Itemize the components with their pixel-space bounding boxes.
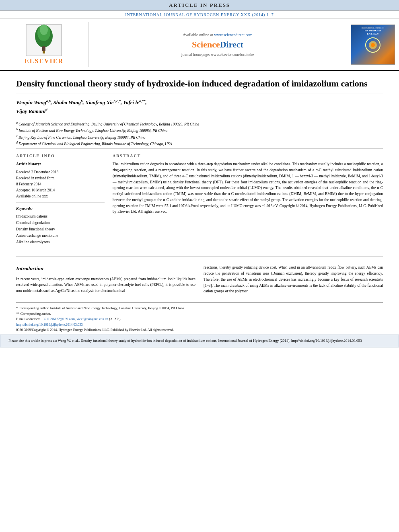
journal-cover-image: International Journal of HYDROGENENERGY xyxy=(351,25,395,65)
history-label: Article history: xyxy=(16,161,105,167)
authors-line: Wenpin Wanga,b, Shubo Wangb, Xiaofeng Xi… xyxy=(16,98,383,116)
header-area: ELSEVIER Available online at www.science… xyxy=(0,19,399,71)
cover-graphic xyxy=(361,37,385,53)
history-online: Available online xxx xyxy=(16,193,105,199)
affiliations-section: a College of Materials Science and Engin… xyxy=(16,119,383,149)
keyword-alkaline: Alkaline electrolyzers xyxy=(16,239,105,245)
keywords-list: Imidazolium cations Chemical degradation… xyxy=(16,213,105,246)
footnote-email: E-mail addresses: 13911296122@139.com, x… xyxy=(16,316,383,322)
keyword-chemical: Chemical degradation xyxy=(16,220,105,226)
article-history: Article history: Received 2 December 201… xyxy=(16,161,105,202)
affiliation-b: b Institute of Nuclear and New Energy Te… xyxy=(16,127,383,134)
elsevier-logo-section: ELSEVIER xyxy=(0,22,88,67)
svg-point-10 xyxy=(371,43,375,47)
svg-point-5 xyxy=(40,25,48,35)
abstract-heading: ABSTRACT xyxy=(113,154,383,158)
footnote-corresponding2: ** Corresponding author. xyxy=(16,311,383,317)
svg-rect-7 xyxy=(42,48,45,51)
article-info-col: ARTICLE INFO Article history: Received 2… xyxy=(16,154,105,251)
affiliation-c: c Beijing Key Lab of Fine Ceramics, Tsin… xyxy=(16,134,383,140)
keywords-label: Keywords: xyxy=(16,206,105,212)
footnote-email2-link[interactable]: xiexf@tsinghua.edu.cn xyxy=(76,317,108,321)
paper-title-section: Density functional theory study of hydro… xyxy=(16,71,383,94)
history-revised-date: 8 February 2014 xyxy=(16,181,105,187)
footnote-issn: 0360-3199/Copyright © 2014, Hydrogen Ene… xyxy=(16,327,383,333)
abstract-text: The imidazolium cation degrades in accor… xyxy=(113,161,383,214)
introduction-heading: Introduction xyxy=(16,265,195,273)
affiliation-a: a College of Materials Science and Engin… xyxy=(16,121,383,127)
footnote-corresponding1: * Corresponding author. Institute of Nuc… xyxy=(16,306,383,311)
article-info-abstract-section: ARTICLE INFO Article history: Received 2… xyxy=(16,149,383,257)
sciencedirect-logo: ScienceDirect xyxy=(192,39,243,50)
keyword-aem: Anion exchange membrane xyxy=(16,232,105,239)
elsevier-brand-text: ELSEVIER xyxy=(25,58,64,65)
body-columns: Introduction In recent years, imidazole-… xyxy=(16,261,383,298)
journal-line: INTERNATIONAL JOURNAL OF HYDROGEN ENERGY… xyxy=(0,11,399,19)
abstract-col: ABSTRACT The imidazolium cation degrades… xyxy=(113,154,383,251)
sciencedirect-url[interactable]: www.sciencedirect.com xyxy=(214,33,252,37)
keyword-imidazolium: Imidazolium cations xyxy=(16,213,105,220)
history-received: Received 2 December 2013 xyxy=(16,169,105,175)
header-center: Available online at www.sciencedirect.co… xyxy=(88,22,347,67)
citation-bar: Please cite this article in press as: Wa… xyxy=(0,335,399,347)
keywords-block: Keywords: Imidazolium cations Chemical d… xyxy=(16,206,105,249)
article-in-press-banner: ARTICLE IN PRESS xyxy=(0,0,399,11)
cover-title-text: HYDROGENENERGY xyxy=(364,29,381,36)
citation-text: Please cite this article in press as: Wa… xyxy=(8,339,362,343)
paper-title: Density functional theory study of hydro… xyxy=(16,78,383,90)
elsevier-tree-icon xyxy=(26,24,62,56)
paper-content: Density functional theory study of hydro… xyxy=(0,71,399,302)
footnote-doi: http://dx.doi.org/10.1016/j.ijhydene.201… xyxy=(16,322,383,328)
main-body: Introduction In recent years, imidazole-… xyxy=(16,257,383,302)
article-info-heading: ARTICLE INFO xyxy=(16,154,105,158)
affiliation-d: d Department of Chemical and Biological … xyxy=(16,140,383,147)
history-accepted: Accepted 10 March 2014 xyxy=(16,187,105,193)
body-col-right: reactions, thereby greatly reducing devi… xyxy=(204,265,383,294)
footnote-doi-link[interactable]: http://dx.doi.org/10.1016/j.ijhydene.201… xyxy=(16,322,83,327)
elsevier-logo: ELSEVIER xyxy=(25,24,64,65)
authors-section: Wenpin Wanga,b, Shubo Wangb, Xiaofeng Xi… xyxy=(16,94,383,119)
introduction-col2-text: reactions, thereby greatly reducing devi… xyxy=(204,265,383,294)
header-right: International Journal of HYDROGENENERGY xyxy=(347,22,399,67)
journal-homepage: journal homepage: www.elsevier.com/locat… xyxy=(181,53,254,57)
history-revised-label: Received in revised form xyxy=(16,175,105,181)
body-col-left: Introduction In recent years, imidazole-… xyxy=(16,265,195,294)
journal-homepage-url[interactable]: www.elsevier.com/locate/he xyxy=(211,53,254,57)
introduction-col1-text: In recent years, imidazole-type anion ex… xyxy=(16,276,195,294)
available-online-text: Available online at www.sciencedirect.co… xyxy=(183,33,252,37)
footnotes-area: * Corresponding author. Institute of Nuc… xyxy=(0,303,399,335)
keyword-dft: Density functional theory xyxy=(16,226,105,232)
footnote-email1-link[interactable]: 13911296122@139.com xyxy=(41,317,75,321)
